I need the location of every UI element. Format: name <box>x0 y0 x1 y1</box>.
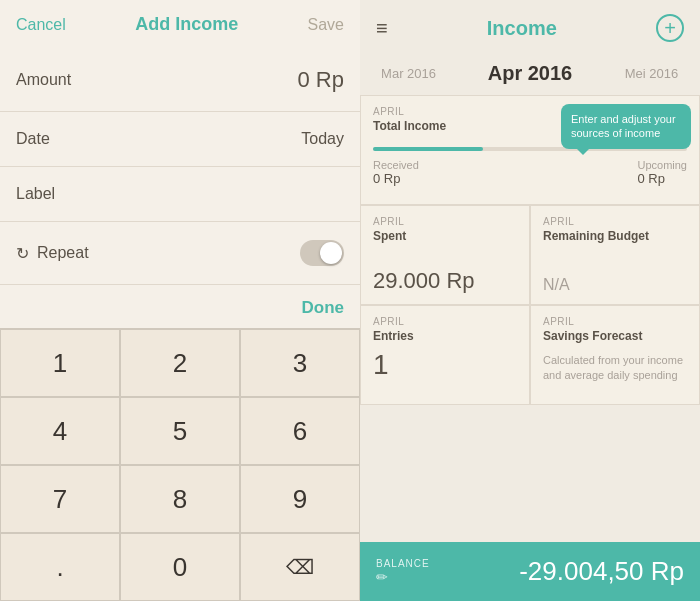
numpad-key-1[interactable]: 1 <box>0 329 120 397</box>
tooltip-bubble: Enter and adjust your sources of income <box>561 104 691 149</box>
spent-card: APRIL Spent 29.000 Rp <box>360 205 530 305</box>
add-income-button[interactable]: + <box>656 14 684 42</box>
savings-period: APRIL <box>543 316 687 327</box>
prev-month[interactable]: Mar 2016 <box>360 66 457 81</box>
repeat-icon: ↻ <box>16 244 29 263</box>
next-month[interactable]: Mei 2016 <box>603 66 700 81</box>
save-button[interactable]: Save <box>308 16 344 34</box>
remaining-period: APRIL <box>543 216 687 227</box>
numpad-key-8[interactable]: 8 <box>120 465 240 533</box>
upcoming-label: Upcoming <box>637 159 687 171</box>
date-row[interactable]: Date Today <box>0 112 360 167</box>
received-value: 0 Rp <box>373 171 419 186</box>
current-month: Apr 2016 <box>457 62 603 85</box>
label-label: Label <box>16 185 55 203</box>
spent-period: APRIL <box>373 216 517 227</box>
entries-savings-row: APRIL Entries 1 APRIL Savings Forecast C… <box>360 305 700 405</box>
repeat-label: ↻ Repeat <box>16 244 89 263</box>
numpad-key-3[interactable]: 3 <box>240 329 360 397</box>
total-income-card: APRIL Total Income Enter and adjust your… <box>360 95 700 205</box>
upcoming-item: Upcoming 0 Rp <box>637 159 687 186</box>
entries-period: APRIL <box>373 316 517 327</box>
amount-label: Amount <box>16 71 71 89</box>
menu-icon[interactable]: ≡ <box>376 17 388 40</box>
cancel-button[interactable]: Cancel <box>16 16 66 34</box>
numpad-key-5[interactable]: 5 <box>120 397 240 465</box>
upcoming-value: 0 Rp <box>637 171 687 186</box>
income-title: Income <box>487 17 557 40</box>
entries-card: APRIL Entries 1 <box>360 305 530 405</box>
month-nav: Mar 2016 Apr 2016 Mei 2016 <box>360 56 700 95</box>
numpad-key-9[interactable]: 9 <box>240 465 360 533</box>
numpad-key-6[interactable]: 6 <box>240 397 360 465</box>
form-section: Amount 0 Rp Date Today Label ↻ Repeat <box>0 49 360 288</box>
right-header: ≡ Income + <box>360 0 700 56</box>
done-button[interactable]: Done <box>302 298 345 318</box>
date-value: Today <box>301 130 344 148</box>
edit-icon[interactable]: ✏ <box>376 569 430 585</box>
numpad-key-0[interactable]: 0 <box>120 533 240 601</box>
numpad-key-backspace[interactable]: ⌫ <box>240 533 360 601</box>
received-label: Received <box>373 159 419 171</box>
remaining-sublabel: Remaining Budget <box>543 229 687 243</box>
numpad-key-dot[interactable]: . <box>0 533 120 601</box>
savings-sublabel: Savings Forecast <box>543 329 687 343</box>
left-panel: Cancel Add Income Save Amount 0 Rp Date … <box>0 0 360 601</box>
savings-card: APRIL Savings Forecast Calculated from y… <box>530 305 700 405</box>
total-income-row: APRIL Total Income Enter and adjust your… <box>360 95 700 205</box>
balance-bar: BALANCE ✏ -29.004,50 Rp <box>360 542 700 601</box>
received-upcoming: Received 0 Rp Upcoming 0 Rp <box>373 159 687 186</box>
repeat-text: Repeat <box>37 244 89 262</box>
amount-row[interactable]: Amount 0 Rp <box>0 49 360 112</box>
right-panel: ≡ Income + Mar 2016 Apr 2016 Mei 2016 AP… <box>360 0 700 601</box>
numpad-key-2[interactable]: 2 <box>120 329 240 397</box>
spent-sublabel: Spent <box>373 229 517 243</box>
numpad: 1 2 3 4 5 6 7 8 9 . 0 ⌫ <box>0 328 360 601</box>
amount-value: 0 Rp <box>298 67 344 93</box>
entries-sublabel: Entries <box>373 329 517 343</box>
remaining-card: APRIL Remaining Budget N/A <box>530 205 700 305</box>
date-label: Date <box>16 130 50 148</box>
entries-value: 1 <box>373 349 517 381</box>
numpad-key-4[interactable]: 4 <box>0 397 120 465</box>
repeat-row: ↻ Repeat <box>0 222 360 285</box>
toggle-knob <box>320 242 342 264</box>
numpad-key-7[interactable]: 7 <box>0 465 120 533</box>
progress-bar-fill <box>373 147 483 151</box>
add-income-title: Add Income <box>135 14 238 35</box>
spent-value: 29.000 Rp <box>373 268 517 294</box>
repeat-toggle[interactable] <box>300 240 344 266</box>
remaining-value: N/A <box>543 276 687 294</box>
savings-desc: Calculated from your income and average … <box>543 353 687 384</box>
label-row[interactable]: Label <box>0 167 360 222</box>
spent-remaining-row: APRIL Spent 29.000 Rp APRIL Remaining Bu… <box>360 205 700 305</box>
left-header: Cancel Add Income Save <box>0 0 360 49</box>
balance-label: BALANCE <box>376 558 430 569</box>
received-item: Received 0 Rp <box>373 159 419 186</box>
cards-container: APRIL Total Income Enter and adjust your… <box>360 95 700 542</box>
balance-value: -29.004,50 Rp <box>519 556 684 587</box>
balance-content: BALANCE ✏ <box>376 558 430 585</box>
done-row: Done <box>0 288 360 328</box>
